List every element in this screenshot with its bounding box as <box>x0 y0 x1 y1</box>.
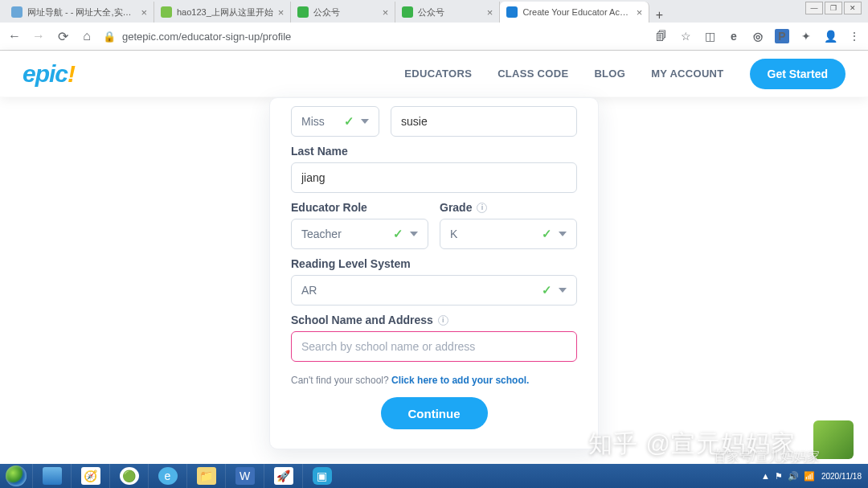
chevron-down-icon <box>559 232 567 236</box>
task-word[interactable]: W <box>225 464 264 488</box>
translate-icon[interactable]: 🗐 <box>654 29 669 43</box>
grade-select[interactable]: K ✓ <box>440 219 577 249</box>
tab-title: hao123_上网从这里开始 <box>177 6 273 18</box>
tab-close-icon[interactable]: × <box>637 6 643 18</box>
tab-close-icon[interactable]: × <box>383 6 389 18</box>
window-close-icon[interactable]: ✕ <box>844 2 862 14</box>
browser-tab[interactable]: Create Your Educator Account× <box>500 2 649 23</box>
grade-value: K <box>450 228 457 240</box>
tab-strip: 网址导航 - - 网址大全,实用网址×hao123_上网从这里开始×公众号×公众… <box>0 0 868 23</box>
task-browser-1[interactable]: 🧭 <box>71 464 109 488</box>
back-button[interactable]: ← <box>6 29 23 43</box>
puzzle-icon[interactable]: ✦ <box>799 29 813 43</box>
browser-tab[interactable]: 公众号× <box>395 2 500 23</box>
start-button[interactable] <box>0 464 32 488</box>
edge-icon[interactable]: e <box>727 29 741 43</box>
nav-educators[interactable]: EDUCATORS <box>404 68 472 80</box>
school-label: School Name and Address <box>291 314 433 326</box>
taskbar: 🧭 🟢 e 📁 W 🚀 ▣ ▲⚑🔊📶 2020/11/18 <box>0 464 868 488</box>
nav-blog[interactable]: BLOG <box>594 68 625 80</box>
tab-title: Create Your Educator Account <box>522 7 631 17</box>
window-min-icon[interactable]: — <box>805 2 823 14</box>
tray-icon[interactable]: 📶 <box>804 471 815 482</box>
star-icon[interactable]: ☆ <box>678 29 693 43</box>
school-search-input[interactable] <box>301 340 567 353</box>
continue-button[interactable]: Continue <box>381 397 488 429</box>
task-app-3[interactable]: ▣ <box>302 464 341 488</box>
tab-title: 公众号 <box>418 6 481 18</box>
browser-tab[interactable]: 网址导航 - - 网址大全,实用网址× <box>5 2 154 23</box>
tab-close-icon[interactable]: × <box>487 6 493 18</box>
nav-my-account[interactable]: MY ACCOUNT <box>651 68 723 80</box>
school-search-field[interactable] <box>291 331 577 362</box>
lastname-field[interactable] <box>291 162 577 193</box>
home-button[interactable]: ⌂ <box>79 29 95 43</box>
get-started-button[interactable]: Get Started <box>750 59 845 89</box>
ext-p-icon[interactable]: P <box>775 29 789 43</box>
check-icon: ✓ <box>344 114 354 129</box>
browser-tab[interactable]: hao123_上网从这里开始× <box>154 2 291 23</box>
prefix-value: Miss <box>301 115 325 128</box>
overlay-widget[interactable] <box>813 420 854 459</box>
forward-button[interactable]: → <box>31 29 47 43</box>
tab-close-icon[interactable]: × <box>278 6 285 18</box>
firstname-input[interactable] <box>401 115 567 128</box>
chevron-down-icon <box>410 232 418 236</box>
rls-label: Reading Level System <box>291 257 577 270</box>
lastname-input[interactable] <box>301 171 567 184</box>
site-header: epic! EDUCATORS CLASS CODE BLOG MY ACCOU… <box>0 51 868 97</box>
chevron-down-icon <box>559 288 567 293</box>
clock[interactable]: 2020/11/18 <box>821 472 862 481</box>
profile-icon[interactable]: 👤 <box>823 29 837 43</box>
chevron-down-icon <box>361 119 369 124</box>
tab-close-icon[interactable]: × <box>141 6 147 18</box>
task-app-2[interactable]: 🚀 <box>264 464 302 488</box>
tab-title: 公众号 <box>313 6 377 18</box>
favicon <box>11 6 23 18</box>
lastname-label: Last Name <box>291 145 577 158</box>
signup-form-card: Miss ✓ Last Name Educator Role Teacher ✓ <box>269 97 599 449</box>
logo[interactable]: epic! <box>23 60 75 88</box>
task-explorer[interactable]: 📁 <box>186 464 225 488</box>
task-ie[interactable]: e <box>148 464 186 488</box>
favicon <box>506 6 518 18</box>
tray-icon[interactable]: ⚑ <box>775 471 783 482</box>
window-max-icon[interactable]: ❐ <box>825 2 842 14</box>
menu-icon[interactable]: ⋮ <box>847 29 862 43</box>
url-box[interactable]: 🔒 getepic.com/educator-sign-up/profile <box>103 31 646 43</box>
check-icon: ✓ <box>542 227 552 241</box>
info-icon[interactable]: i <box>477 203 487 213</box>
ext-gray-icon[interactable]: ◫ <box>702 29 717 43</box>
role-select[interactable]: Teacher ✓ <box>291 219 428 249</box>
window-controls: — ❐ ✕ <box>805 2 862 14</box>
rls-value: AR <box>301 284 317 297</box>
add-school-link[interactable]: Click here to add your school. <box>391 375 529 386</box>
reload-button[interactable]: ⟳ <box>55 29 71 44</box>
school-help-text: Can't find your school? Click here to ad… <box>291 375 577 386</box>
check-icon: ✓ <box>542 283 552 297</box>
address-bar: ← → ⟳ ⌂ 🔒 getepic.com/educator-sign-up/p… <box>0 23 868 50</box>
ext-orange-icon[interactable]: ◎ <box>751 29 765 43</box>
url-text: getepic.com/educator-sign-up/profile <box>122 31 291 43</box>
tab-title: 网址导航 - - 网址大全,实用网址 <box>27 6 136 18</box>
tray-icon[interactable]: 🔊 <box>788 471 799 482</box>
system-tray: ▲⚑🔊📶 2020/11/18 <box>761 471 868 482</box>
windows-icon <box>6 465 27 486</box>
tray-icon[interactable]: ▲ <box>761 471 770 482</box>
task-app-1[interactable] <box>32 464 71 488</box>
role-label: Educator Role <box>291 201 428 214</box>
new-tab-button[interactable]: + <box>649 8 669 23</box>
role-value: Teacher <box>301 228 342 240</box>
prefix-select[interactable]: Miss ✓ <box>291 106 379 137</box>
watermark-sub: 百家号/宣儿妈妈家 <box>714 449 820 465</box>
favicon <box>402 6 413 18</box>
firstname-field[interactable] <box>391 106 577 137</box>
task-chrome[interactable]: 🟢 <box>109 464 148 488</box>
info-icon[interactable]: i <box>438 315 448 326</box>
nav-class-code[interactable]: CLASS CODE <box>497 68 568 80</box>
browser-tab[interactable]: 公众号× <box>291 2 395 23</box>
main-nav: EDUCATORS CLASS CODE BLOG MY ACCOUNT Get… <box>404 59 845 89</box>
rls-select[interactable]: AR ✓ <box>291 275 577 306</box>
check-icon: ✓ <box>393 227 403 241</box>
lock-icon: 🔒 <box>103 31 116 43</box>
